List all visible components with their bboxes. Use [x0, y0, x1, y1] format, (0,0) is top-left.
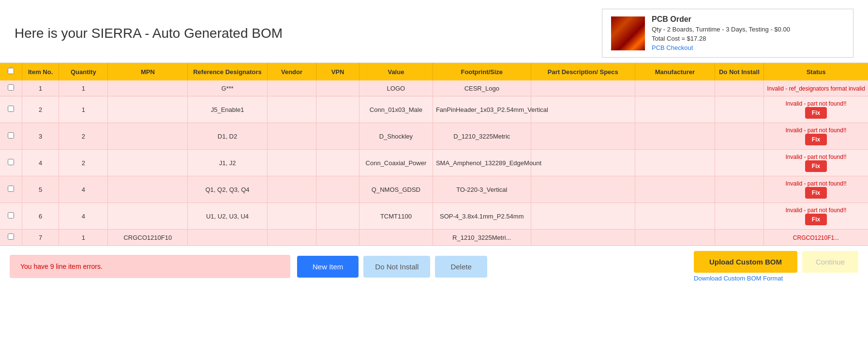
row-checkbox-cell[interactable]	[0, 150, 22, 176]
row-vendor	[267, 150, 316, 176]
row-status[interactable]: Invalid - part not found!!Fix	[764, 203, 868, 230]
continue-button: Continue	[802, 251, 858, 273]
select-all-header[interactable]	[0, 63, 22, 80]
row-dni	[715, 176, 763, 203]
row-part-desc	[531, 80, 635, 96]
fix-button[interactable]: Fix	[805, 187, 827, 199]
row-mpn: CRGCO1210F10	[108, 230, 188, 246]
row-quantity: 4	[59, 203, 108, 230]
row-part-desc	[531, 150, 635, 176]
row-manufacturer	[635, 123, 715, 150]
row-checkbox-cell[interactable]	[0, 230, 22, 246]
row-ref-des: J1, J2	[188, 150, 268, 176]
pcb-order-label: PCB Order	[652, 15, 790, 24]
footer-bar: You have 9 line item errors. New Item Do…	[0, 246, 868, 287]
row-item-no: 4	[22, 150, 59, 176]
row-ref-des	[188, 230, 268, 246]
row-quantity: 4	[59, 176, 108, 203]
row-footprint: SOP-4_3.8x4.1mm_P2.54mm	[433, 203, 531, 230]
fix-button[interactable]: Fix	[805, 107, 827, 119]
col-item-no: Item No.	[22, 63, 59, 80]
col-vpn: VPN	[316, 63, 359, 80]
row-checkbox[interactable]	[8, 233, 14, 240]
status-invalid-text: Invalid - part not found!!	[767, 180, 865, 187]
row-item-no: 1	[22, 80, 59, 96]
row-vpn	[316, 123, 359, 150]
row-item-no: 5	[22, 176, 59, 203]
row-vendor	[267, 176, 316, 203]
error-banner: You have 9 line item errors.	[10, 255, 290, 278]
row-checkbox[interactable]	[8, 132, 14, 139]
row-value: Conn_01x03_Male	[359, 96, 433, 123]
fix-button[interactable]: Fix	[805, 134, 827, 145]
row-checkbox-cell[interactable]	[0, 80, 22, 96]
row-vendor	[267, 80, 316, 96]
col-footprint: Footprint/Size	[433, 63, 531, 80]
row-dni	[715, 123, 763, 150]
row-item-no: 2	[22, 96, 59, 123]
row-quantity: 2	[59, 123, 108, 150]
col-status: Status	[764, 63, 868, 80]
table-row: 64U1, U2, U3, U4TCMT1100SOP-4_3.8x4.1mm_…	[0, 203, 868, 230]
table-row: 21J5_Enable1Conn_01x03_MaleFanPinHeader_…	[0, 96, 868, 123]
row-checkbox-cell[interactable]	[0, 203, 22, 230]
row-checkbox-cell[interactable]	[0, 123, 22, 150]
row-mpn	[108, 96, 188, 123]
row-checkbox[interactable]	[8, 212, 14, 218]
delete-button[interactable]: Delete	[435, 256, 487, 278]
row-status[interactable]: Invalid - part not found!!Fix	[764, 150, 868, 176]
row-footprint: SMA_Amphenol_132289_EdgeMount	[433, 150, 531, 176]
row-vpn	[316, 230, 359, 246]
pcb-info: PCB Order Qty - 2 Boards, Turntime - 3 D…	[652, 15, 790, 51]
row-part-desc	[531, 123, 635, 150]
do-not-install-button[interactable]: Do Not Install	[363, 256, 430, 278]
row-value: Conn_Coaxial_Power	[359, 150, 433, 176]
col-manufacturer: Manufacturer	[635, 63, 715, 80]
row-quantity: 2	[59, 150, 108, 176]
row-mpn	[108, 150, 188, 176]
row-value: Q_NMOS_GDSD	[359, 176, 433, 203]
row-quantity: 1	[59, 96, 108, 123]
row-footprint: TO-220-3_Vertical	[433, 176, 531, 203]
row-vpn	[316, 203, 359, 230]
select-all-checkbox[interactable]	[8, 68, 14, 74]
fix-button[interactable]: Fix	[805, 214, 827, 225]
download-bom-link[interactable]: Download Custom BOM Format	[694, 275, 783, 282]
row-checkbox[interactable]	[8, 186, 14, 192]
row-status[interactable]: Invalid - part not found!!Fix	[764, 176, 868, 203]
new-item-button[interactable]: New Item	[297, 256, 359, 278]
fix-button[interactable]: Fix	[805, 160, 827, 172]
row-checkbox-cell[interactable]	[0, 96, 22, 123]
row-footprint: CESR_Logo	[433, 80, 531, 96]
row-value	[359, 230, 433, 246]
row-item-no: 3	[22, 123, 59, 150]
row-footprint: R_1210_3225Metri...	[433, 230, 531, 246]
row-mpn	[108, 176, 188, 203]
row-status: Invalid - ref_designators format invalid	[764, 80, 868, 96]
row-vendor	[267, 96, 316, 123]
row-vendor	[267, 203, 316, 230]
row-checkbox[interactable]	[8, 84, 14, 91]
row-vpn	[316, 80, 359, 96]
page-title: Here is your SIERRA - Auto Generated BOM	[15, 26, 283, 41]
row-status[interactable]: Invalid - part not found!!Fix	[764, 123, 868, 150]
bom-table: Item No. Quantity MPN Reference Designat…	[0, 63, 868, 246]
row-status[interactable]: Invalid - part not found!!Fix	[764, 96, 868, 123]
table-row: 32D1, D2D_ShockleyD_1210_3225MetricInval…	[0, 123, 868, 150]
footer-right-row: Upload Custom BOM Continue	[694, 251, 858, 273]
row-part-desc	[531, 176, 635, 203]
row-dni	[715, 203, 763, 230]
col-dni: Do Not Install	[715, 63, 763, 80]
row-manufacturer	[635, 96, 715, 123]
row-checkbox-cell[interactable]	[0, 176, 22, 203]
upload-bom-button[interactable]: Upload Custom BOM	[694, 251, 797, 273]
pcb-checkout-link[interactable]: PCB Checkout	[652, 44, 790, 51]
table-header-row: Item No. Quantity MPN Reference Designat…	[0, 63, 868, 80]
col-mpn: MPN	[108, 63, 188, 80]
table-row: 71CRGCO1210F10R_1210_3225Metri...CRGCO12…	[0, 230, 868, 246]
col-quantity: Quantity	[59, 63, 108, 80]
row-checkbox[interactable]	[8, 106, 14, 112]
row-checkbox[interactable]	[8, 159, 14, 165]
row-value: LOGO	[359, 80, 433, 96]
row-vendor	[267, 123, 316, 150]
